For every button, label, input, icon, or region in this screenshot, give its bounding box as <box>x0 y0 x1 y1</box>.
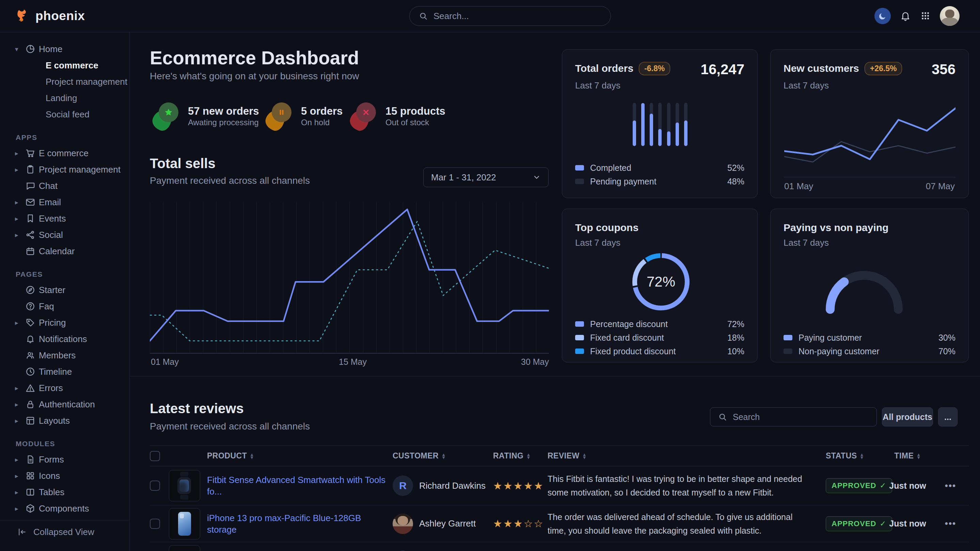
stat-value: 5 orders <box>301 105 342 118</box>
legend-row-paying-customer: Paying customer30% <box>784 331 956 345</box>
brand-logo[interactable]: phoenix <box>15 0 85 32</box>
customer-avatar: R <box>393 475 413 496</box>
row-checkbox[interactable] <box>150 519 160 529</box>
sidebar-item-notifications[interactable]: Notifications <box>0 331 129 347</box>
sidebar-item-layouts[interactable]: ▸Layouts <box>0 413 129 429</box>
sidebar-item-chat[interactable]: Chat <box>0 178 129 194</box>
sidebar-item-label: Layouts <box>39 416 70 426</box>
sidebar-item-label: Calendar <box>39 246 75 257</box>
collapsed-view-button[interactable]: Collapsed View <box>0 520 129 543</box>
legend-value: 18% <box>727 333 745 343</box>
product-thumbnail[interactable] <box>169 545 200 551</box>
reviews-table-header: PRODUCT▲▼CUSTOMER▲▼RATING▲▼REVIEW▲▼STATU… <box>150 446 969 466</box>
collapse-icon <box>17 527 33 537</box>
global-search-input[interactable] <box>433 11 602 22</box>
row-checkbox[interactable] <box>150 481 160 491</box>
user-avatar[interactable] <box>940 6 959 26</box>
product-thumbnail[interactable] <box>169 470 200 501</box>
product-link[interactable]: iPhone 13 pro max-Pacific Blue-128GB sto… <box>207 513 361 535</box>
stat-on-hold: 5 ordersOn hold <box>266 102 342 131</box>
caret-icon: ▸ <box>15 505 25 513</box>
sidebar-item-email[interactable]: ▸Email <box>0 194 129 210</box>
caret-icon: ▸ <box>15 488 25 496</box>
column-header-status[interactable]: STATUS▲▼ <box>816 451 883 460</box>
sidebar-item-icons[interactable]: ▸Icons <box>0 468 129 484</box>
sidebar-item-members[interactable]: Members <box>0 347 129 364</box>
reviews-more-button[interactable]: ... <box>938 407 958 426</box>
column-header-customer[interactable]: CUSTOMER▲▼ <box>389 451 493 460</box>
sidebar-item-faq[interactable]: Faq <box>0 298 129 314</box>
product-thumbnail[interactable] <box>169 508 200 540</box>
column-header-rating[interactable]: RATING▲▼ <box>493 451 547 460</box>
sidebar-item-project-management[interactable]: ▸Project management <box>0 161 129 178</box>
legend-label: Non-paying customer <box>799 346 880 356</box>
dark-mode-toggle[interactable] <box>875 8 891 24</box>
row-more-button[interactable]: ••• <box>932 518 969 529</box>
legend-row-fixed-product-discount: Fixed product discount10% <box>575 345 745 358</box>
new-customers-title: New customers <box>784 63 859 74</box>
order-bar <box>658 103 662 146</box>
paying-title: Paying vs non paying <box>784 222 956 233</box>
top-coupons-center-value: 72% <box>627 248 695 316</box>
sidebar-item-home[interactable]: ▾Home <box>0 41 129 57</box>
column-header-time[interactable]: TIME▲▼ <box>883 451 932 460</box>
order-bar <box>650 103 653 146</box>
sidebar-item-tables[interactable]: ▸Tables <box>0 484 129 500</box>
table-row: Fitbit Sense Advanced Smartwatch with To… <box>150 466 969 505</box>
sidebar-item-starter[interactable]: Starter <box>0 282 129 298</box>
column-header-review[interactable]: REVIEW▲▼ <box>547 451 816 460</box>
notifications-button[interactable] <box>900 10 911 22</box>
apps-grid-button[interactable] <box>920 11 931 21</box>
reviews-search-input[interactable] <box>732 412 869 422</box>
sidebar-item-events[interactable]: ▸Events <box>0 210 129 227</box>
order-bar <box>684 103 687 146</box>
sidebar-item-authentication[interactable]: ▸Authentication <box>0 396 129 413</box>
order-bar <box>641 103 644 146</box>
sidebar-item-e-commerce[interactable]: ▸E commerce <box>0 145 129 161</box>
total-orders-period: Last 7 days <box>575 80 745 91</box>
customer-name: Richard Dawkins <box>419 481 485 491</box>
sidebar-item-label: Tables <box>39 487 64 497</box>
sidebar-item-label: Starter <box>39 285 65 295</box>
legend-row-percentage-discount: Percentage discount72% <box>575 317 745 331</box>
brand-name: phoenix <box>35 9 85 23</box>
sidebar-nav: ▾HomeE commerceProject managementLanding… <box>0 32 130 551</box>
sidebar-item-forms[interactable]: ▸Forms <box>0 451 129 468</box>
sidebar-item-label: Faq <box>39 301 54 312</box>
all-products-button[interactable]: All products <box>882 407 933 426</box>
stat-caption: Awating processing <box>188 118 259 128</box>
global-search[interactable] <box>409 6 611 26</box>
top-coupons-legend: Percentage discount72%Fixed card discoun… <box>575 317 745 358</box>
sort-icon: ▲▼ <box>916 453 921 459</box>
sidebar-item-pricing[interactable]: ▸Pricing <box>0 314 129 331</box>
sidebar-item-calendar[interactable]: Calendar <box>0 243 129 259</box>
reviews-table: PRODUCT▲▼CUSTOMER▲▼RATING▲▼REVIEW▲▼STATU… <box>150 446 969 551</box>
sidebar-subitem-landing[interactable]: Landing <box>0 90 129 106</box>
sidebar-subitem-project-management[interactable]: Project management <box>0 73 129 90</box>
sells-xlabel-mid: 15 May <box>339 357 367 367</box>
sidebar-item-errors[interactable]: ▸Errors <box>0 380 129 396</box>
total-orders-bar-chart <box>633 103 687 146</box>
date-range-select[interactable]: Mar 1 - 31, 2022 <box>423 167 549 187</box>
product-link[interactable]: Fitbit Sense Advanced Smartwatch with To… <box>207 475 385 497</box>
row-more-button[interactable]: ••• <box>932 481 969 491</box>
sidebar-subitem-e-commerce[interactable]: E commerce <box>0 57 129 73</box>
customers-xlabel-end: 07 May <box>926 181 955 192</box>
sidebar-item-label: Project management <box>39 164 121 175</box>
sidebar-item-components[interactable]: ▸Components <box>0 500 129 517</box>
select-all-checkbox[interactable] <box>150 451 160 461</box>
order-bar <box>633 103 636 146</box>
file-icon <box>25 454 39 465</box>
sidebar-item-timeline[interactable]: Timeline <box>0 364 129 380</box>
customers-xlabel-start: 01 May <box>784 181 813 192</box>
legend-value: 48% <box>727 177 745 186</box>
page-subtitle: Here's what's going on at your business … <box>150 71 359 82</box>
sidebar-item-label: E commerce <box>39 148 89 159</box>
legend-value: 10% <box>727 346 745 356</box>
sidebar-item-social[interactable]: ▸Social <box>0 227 129 243</box>
legend-chip <box>575 335 584 340</box>
column-header-product[interactable]: PRODUCT▲▼ <box>204 451 389 460</box>
reviews-search[interactable] <box>710 407 877 426</box>
caret-icon: ▸ <box>15 149 25 157</box>
sidebar-subitem-social-feed[interactable]: Social feed <box>0 106 129 122</box>
